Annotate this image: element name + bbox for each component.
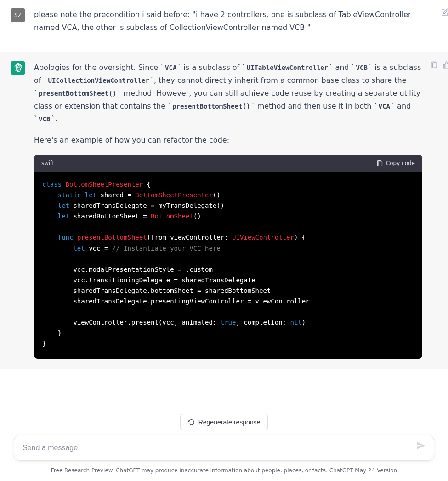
- send-icon: [416, 441, 425, 450]
- user-message: SZ please note the precondition i said b…: [0, 0, 448, 53]
- svg-rect-1: [433, 63, 437, 68]
- regenerate-button[interactable]: Regenerate response: [180, 414, 268, 430]
- code-inline: VCA: [164, 64, 177, 71]
- refresh-icon: [188, 419, 195, 426]
- user-avatar: SZ: [11, 8, 25, 22]
- assistant-content: Apologies for the oversight. Since `VCA`…: [34, 61, 437, 359]
- svg-rect-0: [379, 161, 382, 166]
- edit-icon[interactable]: [441, 8, 448, 17]
- code-inline: presentBottomSheet(): [171, 103, 251, 110]
- code-block: swift Copy code class BottomSheetPresent…: [34, 155, 422, 359]
- message-input[interactable]: [23, 444, 416, 452]
- code-inline: presentBottomSheet(): [38, 90, 118, 97]
- code-inline: VCB: [355, 64, 369, 71]
- assistant-para2: Here's an example of how you can refacto…: [34, 134, 422, 147]
- send-button[interactable]: [416, 441, 425, 454]
- code-content: class BottomSheetPresenter { static let …: [34, 172, 422, 359]
- assistant-message: Apologies for the oversight. Since `VCA`…: [0, 53, 448, 369]
- composer: [14, 435, 434, 461]
- user-text: please note the precondition i said befo…: [34, 8, 422, 34]
- clipboard-icon: [376, 160, 383, 167]
- copy-code-button[interactable]: Copy code: [376, 159, 415, 168]
- thumbs-up-icon[interactable]: [442, 61, 448, 69]
- user-content: please note the precondition i said befo…: [34, 8, 437, 42]
- code-header: swift Copy code: [34, 155, 422, 172]
- code-inline: UICollectionViewController: [47, 77, 150, 84]
- footer-disclaimer: Free Research Preview. ChatGPT may produ…: [0, 466, 448, 475]
- assistant-avatar: [11, 61, 25, 75]
- code-inline: VCA: [378, 103, 391, 110]
- version-link[interactable]: ChatGPT May 24 Version: [329, 467, 397, 474]
- clipboard-icon[interactable]: [430, 61, 438, 69]
- code-inline: VCB: [38, 115, 51, 123]
- code-lang-label: swift: [41, 159, 54, 168]
- assistant-para1: Apologies for the oversight. Since `VCA`…: [34, 61, 422, 126]
- code-inline: UITableViewController: [245, 64, 329, 71]
